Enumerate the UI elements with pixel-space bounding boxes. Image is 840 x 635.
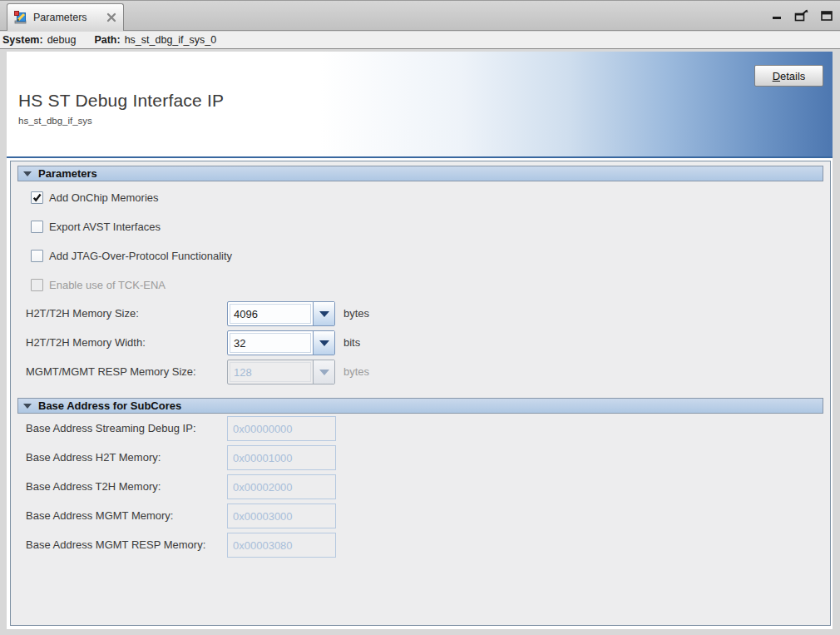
combo-h2t-t2h-memory-width[interactable] — [227, 330, 335, 355]
path-value: hs_st_dbg_if_sys_0 — [125, 34, 217, 46]
param-row: MGMT/MGMT RESP Memory Size: bytes — [11, 360, 830, 384]
tab-bar: Parameters — [0, 0, 840, 31]
field-base-addr-h2t-memory — [227, 445, 336, 470]
param-row: H2T/T2H Memory Size: bytes — [11, 301, 830, 326]
param-row: Base Address MGMT RESP Memory: — [11, 533, 830, 558]
chevron-down-icon — [319, 340, 329, 346]
unit-label: bytes — [343, 301, 369, 326]
field-label: H2T/T2H Memory Size: — [26, 301, 139, 326]
field-label: Base Address H2T Memory: — [26, 445, 161, 470]
field-label: Base Address Streaming Debug IP: — [26, 416, 196, 441]
details-button[interactable]: Details — [754, 65, 823, 87]
close-icon[interactable] — [106, 12, 116, 22]
checkbox-label: Enable use of TCK-ENA — [49, 279, 166, 292]
checkmark-icon — [32, 192, 42, 203]
minimize-icon[interactable] — [770, 9, 783, 22]
section-title: Parameters — [38, 167, 97, 180]
field-label: Base Address MGMT RESP Memory: — [26, 533, 205, 558]
section-header-parameters[interactable]: Parameters — [17, 166, 823, 181]
dropdown-arrow-button[interactable] — [313, 331, 334, 355]
checkbox-enable-tck-ena — [31, 279, 43, 291]
param-row: H2T/T2H Memory Width: bits — [11, 330, 830, 355]
collapse-arrow-icon — [23, 404, 32, 409]
param-row: Add OnChip Memories — [11, 191, 830, 205]
tab-parameters[interactable]: Parameters — [7, 3, 124, 31]
page-title: HS ST Debug Interface IP — [18, 91, 224, 111]
checkbox-label: Export AVST Interfaces — [49, 221, 161, 234]
collapse-arrow-icon — [23, 171, 32, 176]
param-row: Base Address T2H Memory: — [11, 474, 830, 499]
path-label: Path: — [94, 34, 120, 46]
system-value: debug — [47, 34, 77, 46]
unit-label: bits — [343, 330, 360, 355]
field-base-addr-mgmt-memory — [227, 504, 336, 528]
checkbox-export-avst-interfaces[interactable] — [31, 221, 43, 233]
field-label: Base Address T2H Memory: — [26, 474, 161, 499]
checkbox-add-onchip-memories[interactable] — [31, 191, 43, 204]
param-row: Base Address H2T Memory: — [11, 445, 830, 470]
section-header-base-address[interactable]: Base Address for SubCores — [17, 398, 823, 414]
window-controls — [770, 9, 833, 22]
info-bar: System: debug Path: hs_st_dbg_if_sys_0 — [0, 32, 840, 49]
param-row: Base Address Streaming Debug IP: — [11, 416, 830, 441]
dropdown-arrow-button[interactable] — [313, 302, 334, 325]
parameters-panel: Parameters Add OnChip Memories Export AV… — [10, 161, 831, 626]
restore-icon[interactable] — [793, 9, 810, 22]
maximize-icon[interactable] — [820, 9, 833, 22]
ip-banner: HS ST Debug Interface IP hs_st_dbg_if_sy… — [7, 52, 833, 158]
app-window: Parameters — [0, 0, 840, 635]
chevron-down-icon — [319, 370, 329, 375]
unit-label: bytes — [343, 360, 369, 384]
dropdown-arrow-button — [313, 360, 334, 384]
checkbox-add-jtag-over-protocol[interactable] — [31, 250, 43, 262]
combo-value-input — [230, 362, 311, 382]
combo-mgmt-memory-size — [227, 360, 335, 384]
combo-value-input[interactable] — [230, 304, 311, 324]
field-label: MGMT/MGMT RESP Memory Size: — [26, 360, 196, 384]
field-base-addr-mgmt-resp-memory — [227, 533, 336, 558]
field-base-addr-t2h-memory — [227, 474, 336, 499]
param-row: Add JTAG-Over-Protocol Functionality — [11, 250, 830, 263]
field-base-addr-streaming-debug-ip — [227, 416, 336, 441]
parameters-icon — [14, 11, 27, 24]
param-row: Export AVST Interfaces — [11, 221, 830, 234]
system-label: System: — [2, 34, 43, 46]
checkbox-label: Add OnChip Memories — [49, 191, 159, 205]
section-title: Base Address for SubCores — [38, 399, 181, 412]
editor-panel: HS ST Debug Interface IP hs_st_dbg_if_sy… — [7, 52, 833, 629]
checkbox-label: Add JTAG-Over-Protocol Functionality — [49, 250, 232, 263]
combo-value-input[interactable] — [230, 333, 311, 353]
instance-name: hs_st_dbg_if_sys — [18, 116, 92, 126]
chevron-down-icon — [319, 311, 329, 317]
field-label: Base Address MGMT Memory: — [26, 504, 173, 528]
param-row: Enable use of TCK-ENA — [11, 279, 830, 292]
tab-label: Parameters — [33, 12, 101, 23]
combo-h2t-t2h-memory-size[interactable] — [227, 301, 335, 326]
param-row: Base Address MGMT Memory: — [11, 504, 830, 528]
field-label: H2T/T2H Memory Width: — [26, 330, 146, 355]
